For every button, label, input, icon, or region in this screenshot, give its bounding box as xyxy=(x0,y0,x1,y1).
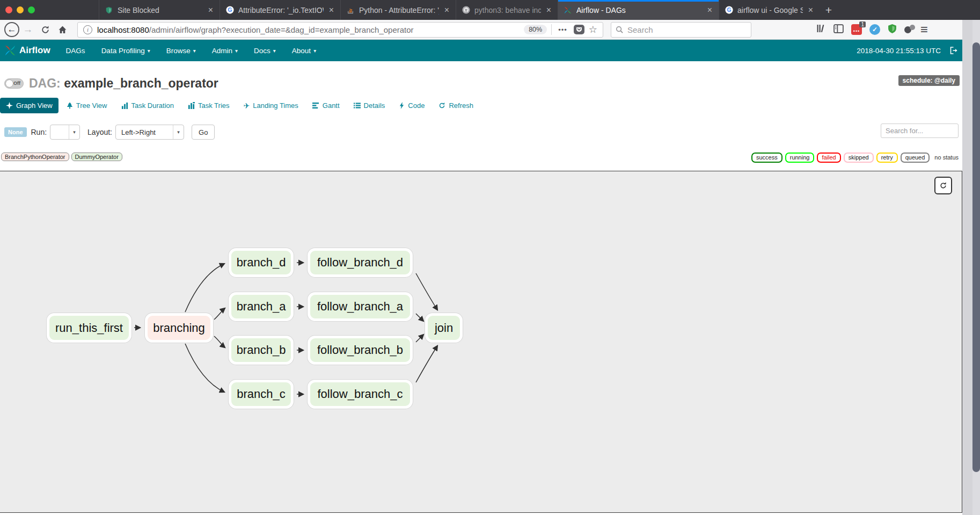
dag-edges xyxy=(0,171,963,513)
nav-item-browse[interactable]: Browse▾ xyxy=(158,40,204,61)
nav-item-data-profiling[interactable]: Data Profiling▾ xyxy=(93,40,158,61)
tab-graph-view[interactable]: Graph View xyxy=(0,98,58,113)
layout-select[interactable]: Left->Right ▾ xyxy=(115,125,184,140)
task-node-branch_b[interactable]: branch_b xyxy=(229,336,294,365)
task-node-branching[interactable]: branching xyxy=(145,313,213,343)
back-button[interactable]: ← xyxy=(4,22,19,37)
task-node-follow_branch_b[interactable]: follow_branch_b xyxy=(308,336,413,365)
refresh-icon xyxy=(939,182,947,190)
airflow-logo-icon xyxy=(4,45,16,56)
airflow-brand[interactable]: Airflow xyxy=(0,45,58,56)
logout-icon[interactable] xyxy=(949,46,959,55)
tab-code[interactable]: Code xyxy=(393,98,430,113)
task-node-follow_branch_d[interactable]: follow_branch_d xyxy=(308,248,413,277)
task-node-join[interactable]: join xyxy=(425,313,463,343)
tab-close-icon[interactable]: × xyxy=(545,5,552,15)
pocket-icon[interactable] xyxy=(574,25,584,34)
chevron-down-icon: ▾ xyxy=(69,125,79,139)
tab-python3-behave[interactable]: python3: behave incorrectly mo × xyxy=(456,0,558,20)
tab-close-icon[interactable]: × xyxy=(207,5,214,15)
github-favicon-icon xyxy=(462,6,470,14)
svg-text:G: G xyxy=(727,7,731,13)
google-favicon-icon: G xyxy=(225,6,234,14)
browser-search-box[interactable] xyxy=(611,22,751,38)
nav-item-docs[interactable]: Docs▾ xyxy=(246,40,284,61)
airflow-navbar: Airflow DAGs Data Profiling▾ Browse▾ Adm… xyxy=(0,40,980,61)
task-node-branch_d[interactable]: branch_d xyxy=(229,248,294,277)
page-scrollbar[interactable] xyxy=(962,20,980,515)
menu-hamburger-icon[interactable]: ≡ xyxy=(920,22,928,37)
adblock-extension-icon[interactable]: ••• 1 xyxy=(851,24,862,35)
task-node-branch_c[interactable]: branch_c xyxy=(229,380,294,409)
blue-extension-icon[interactable]: ✓ xyxy=(869,24,880,35)
scrollbar-thumb[interactable] xyxy=(972,42,980,472)
url-bar[interactable]: i localhost:8080/admin/airflow/graph?exe… xyxy=(77,22,603,38)
tab-gantt[interactable]: Gantt xyxy=(306,98,346,113)
search-icon xyxy=(616,26,624,34)
task-node-follow_branch_a[interactable]: follow_branch_a xyxy=(308,292,413,321)
spheres-extension-icon[interactable] xyxy=(904,24,915,35)
view-switcher: Graph View Tree View Task Duration Task … xyxy=(0,98,479,113)
nav-item-about[interactable]: About▾ xyxy=(284,40,324,61)
legend-status-failed: failed xyxy=(817,153,840,163)
site-info-icon[interactable]: i xyxy=(83,25,92,34)
run-select[interactable]: ▾ xyxy=(50,125,80,140)
chevron-down-icon: ▾ xyxy=(273,48,276,54)
tab-details[interactable]: Details xyxy=(348,98,391,113)
dag-graph-canvas[interactable]: run_this_first branching branch_d branch… xyxy=(0,171,962,513)
chevron-down-icon: ▾ xyxy=(313,48,316,54)
tab-landing-times[interactable]: ✈ Landing Times xyxy=(238,98,304,113)
graph-refresh-button[interactable] xyxy=(934,177,952,194)
forward-button[interactable]: → xyxy=(19,21,36,38)
tab-attributeerror[interactable]: G AttributeError: '_io.TextIOWrapp × xyxy=(220,0,340,20)
go-button[interactable]: Go xyxy=(192,125,215,140)
legend-status-retry: retry xyxy=(876,153,898,163)
tab-close-icon[interactable]: × xyxy=(443,5,450,15)
toolbar-extensions: ••• 1 ✓ xyxy=(816,24,915,36)
tab-python-attributeerror[interactable]: Python - AttributeError: '_io.Te × xyxy=(340,0,456,20)
nav-item-admin[interactable]: Admin▾ xyxy=(204,40,246,61)
task-search-input[interactable] xyxy=(881,124,959,138)
shield-extension-icon[interactable] xyxy=(888,24,897,36)
zoom-level-badge[interactable]: 80% xyxy=(524,25,547,34)
library-icon[interactable] xyxy=(816,24,826,35)
dag-pause-toggle[interactable]: Off xyxy=(4,78,24,89)
tab-site-blocked[interactable]: Site Blocked × xyxy=(99,0,220,20)
legend-row: BranchPythonOperator DummyOperator succe… xyxy=(0,153,980,163)
reload-button[interactable] xyxy=(36,21,54,38)
bookmark-star-icon[interactable]: ☆ xyxy=(588,24,599,35)
page-title: DAG: example_branch_operator xyxy=(29,76,218,91)
schedule-badge: schedule: @daily xyxy=(898,75,960,86)
task-node-run_this_first[interactable]: run_this_first xyxy=(47,313,131,343)
new-tab-button[interactable]: + xyxy=(820,0,838,20)
window-maximize-button[interactable] xyxy=(28,6,35,13)
tab-task-tries[interactable]: Task Tries xyxy=(182,98,236,113)
tab-tree-view[interactable]: Tree View xyxy=(61,98,113,113)
browser-search-input[interactable] xyxy=(627,25,735,34)
window-minimize-button[interactable] xyxy=(17,6,24,13)
tab-task-duration[interactable]: Task Duration xyxy=(115,98,180,113)
home-button[interactable] xyxy=(54,21,71,38)
task-node-branch_a[interactable]: branch_a xyxy=(229,292,294,321)
legend-status-success: success xyxy=(751,153,782,163)
legend-status-running: running xyxy=(785,153,815,163)
tab-close-icon[interactable]: × xyxy=(328,5,335,15)
refresh-icon xyxy=(438,102,445,109)
chevron-down-icon: ▾ xyxy=(173,125,184,139)
task-node-follow_branch_c[interactable]: follow_branch_c xyxy=(308,380,413,409)
tab-close-icon[interactable]: × xyxy=(706,5,713,15)
window-close-button[interactable] xyxy=(5,6,12,13)
brand-label: Airflow xyxy=(19,45,50,56)
page-actions-icon[interactable]: ••• xyxy=(555,26,571,34)
sidebar-toggle-icon[interactable] xyxy=(833,24,844,35)
nav-item-dags[interactable]: DAGs xyxy=(58,40,93,61)
chevron-down-icon: ▾ xyxy=(193,48,196,54)
url-host: localhost:8080 xyxy=(97,25,149,34)
browser-tab-bar: Site Blocked × G AttributeError: '_io.Te… xyxy=(0,0,980,20)
screen: Site Blocked × G AttributeError: '_io.Te… xyxy=(0,0,980,515)
tab-close-icon[interactable]: × xyxy=(807,5,814,15)
tab-airflow-ui-search[interactable]: G airflow ui - Google Search × xyxy=(719,0,820,20)
tab-airflow-dags[interactable]: Airflow - DAGs × xyxy=(558,0,719,20)
tab-title: python3: behave incorrectly mo xyxy=(474,6,541,14)
refresh-button[interactable]: Refresh xyxy=(433,98,479,113)
